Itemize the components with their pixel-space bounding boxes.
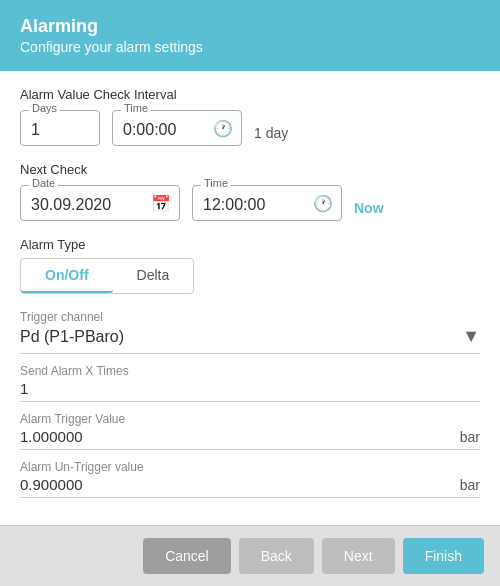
trigger-value: Pd (P1-PBaro): [20, 328, 124, 346]
interval-time-input-box: Time 🕐: [112, 110, 242, 146]
interval-time-label: Time: [121, 102, 151, 114]
next-check-row: Date 📅 Time 🕐 Now: [20, 185, 480, 221]
trigger-select[interactable]: Pd (P1-PBaro) ▼: [20, 326, 480, 354]
calendar-icon: 📅: [151, 194, 171, 213]
untrigger-value-amount: 0.900000: [20, 476, 83, 493]
interval-summary: 1 day: [254, 125, 288, 141]
alarm-type-tabs: On/Off Delta: [20, 258, 194, 294]
send-alarm-row: Send Alarm X Times 1: [20, 364, 480, 402]
next-button[interactable]: Next: [322, 538, 395, 574]
check-time-input[interactable]: [203, 196, 305, 214]
check-time-label: Time: [201, 177, 231, 189]
untrigger-value-label: Alarm Un-Trigger value: [20, 460, 480, 474]
trigger-label: Trigger channel: [20, 310, 480, 324]
send-alarm-value: 1: [20, 380, 28, 397]
check-time-input-box: Time 🕐: [192, 185, 342, 221]
now-button[interactable]: Now: [354, 200, 384, 216]
trigger-value-wrap: 1.000000 bar: [20, 428, 480, 445]
dropdown-arrow-icon: ▼: [462, 326, 480, 347]
dialog: Alarming Configure your alarm settings A…: [0, 0, 500, 586]
header-title: Alarming: [20, 16, 480, 37]
header-subtitle: Configure your alarm settings: [20, 39, 480, 55]
days-input-box: Days: [20, 110, 100, 146]
alarm-type-label: Alarm Type: [20, 237, 480, 252]
untrigger-value-unit: bar: [460, 477, 480, 493]
date-input-box: Date 📅: [20, 185, 180, 221]
date-input[interactable]: [31, 196, 143, 214]
days-input[interactable]: [31, 121, 89, 139]
trigger-value-label: Alarm Trigger Value: [20, 412, 480, 426]
interval-time-input[interactable]: [123, 121, 209, 139]
send-alarm-value-wrap: 1: [20, 380, 480, 397]
clock-icon: 🕐: [213, 119, 233, 138]
footer: Cancel Back Next Finish: [0, 525, 500, 586]
trigger-value-amount: 1.000000: [20, 428, 83, 445]
send-alarm-label: Send Alarm X Times: [20, 364, 480, 378]
untrigger-value-wrap: 0.900000 bar: [20, 476, 480, 493]
alarm-type-section: Alarm Type On/Off Delta: [20, 237, 480, 294]
clock2-icon: 🕐: [313, 194, 333, 213]
interval-section-label: Alarm Value Check Interval: [20, 87, 480, 102]
finish-button[interactable]: Finish: [403, 538, 484, 574]
interval-row: Days Time 🕐 1 day: [20, 110, 480, 146]
trigger-section: Trigger channel Pd (P1-PBaro) ▼: [20, 310, 480, 354]
back-button[interactable]: Back: [239, 538, 314, 574]
cancel-button[interactable]: Cancel: [143, 538, 231, 574]
date-label: Date: [29, 177, 58, 189]
tab-delta[interactable]: Delta: [113, 259, 194, 293]
tab-on-off[interactable]: On/Off: [21, 259, 113, 293]
next-check-label: Next Check: [20, 162, 480, 177]
next-check-section: Next Check Date 📅 Time 🕐 Now: [20, 162, 480, 221]
content: Alarm Value Check Interval Days Time 🕐 1…: [0, 71, 500, 525]
untrigger-value-row: Alarm Un-Trigger value 0.900000 bar: [20, 460, 480, 498]
header: Alarming Configure your alarm settings: [0, 0, 500, 71]
trigger-value-unit: bar: [460, 429, 480, 445]
trigger-value-row: Alarm Trigger Value 1.000000 bar: [20, 412, 480, 450]
days-label: Days: [29, 102, 60, 114]
